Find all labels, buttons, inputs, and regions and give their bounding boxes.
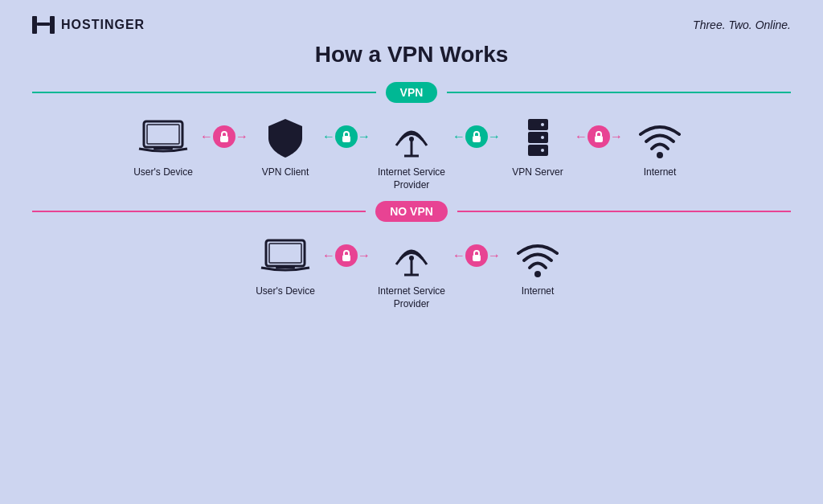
page-title: How a VPN Works (32, 42, 791, 68)
logo: HOSTINGER (32, 16, 145, 34)
svg-rect-22 (276, 266, 295, 268)
svg-point-15 (541, 123, 544, 126)
vpn-item-vpn-server: VPN Server (506, 116, 570, 179)
lock-icon-4 (588, 125, 610, 148)
novpn-antenna-icon (390, 235, 434, 279)
page: HOSTINGER Three. Two. Online. How a VPN … (0, 0, 823, 504)
wifi-icon (636, 116, 684, 160)
novpn-internet-label: Internet (522, 285, 555, 298)
novpn-divider-line-left (32, 211, 366, 212)
vpn-divider-line-left (32, 92, 376, 93)
vpn-client-label: VPN Client (262, 166, 309, 179)
svg-point-10 (409, 137, 414, 141)
svg-rect-0 (32, 16, 37, 34)
svg-rect-20 (266, 240, 305, 266)
vpn-connector-3: ← → (452, 125, 501, 148)
vpn-connector-2: ← → (322, 125, 371, 148)
svg-rect-21 (269, 244, 301, 263)
vpn-section: VPN User's Device ← (32, 82, 791, 191)
vpn-isp-label: Internet ServiceProvider (378, 166, 445, 191)
vpn-connector-1: ← → (200, 125, 248, 148)
vpn-item-internet: Internet (628, 116, 692, 179)
novpn-isp-label: Internet ServiceProvider (378, 285, 445, 310)
svg-rect-7 (342, 136, 350, 142)
svg-rect-27 (473, 255, 481, 261)
vpn-divider-row: VPN (32, 82, 791, 103)
svg-rect-1 (50, 16, 55, 34)
lock-icon-3 (465, 125, 488, 148)
novpn-connector-2: ← → (452, 244, 501, 267)
lock-icon-1 (213, 125, 235, 148)
vpn-item-isp: Internet ServiceProvider (375, 116, 448, 191)
svg-rect-18 (595, 136, 603, 142)
hostinger-logo-icon (32, 16, 55, 34)
svg-rect-12 (528, 119, 548, 130)
novpn-section: NO VPN User's Device ← (32, 201, 791, 310)
tagline: Three. Two. Online. (693, 18, 791, 31)
svg-point-19 (657, 152, 663, 158)
svg-rect-14 (528, 145, 548, 156)
vpn-badge: VPN (386, 82, 438, 103)
svg-point-17 (541, 149, 544, 152)
svg-rect-5 (154, 147, 173, 150)
svg-point-16 (541, 136, 544, 139)
novpn-wifi-icon (514, 235, 562, 279)
novpn-lock-icon-1 (335, 244, 358, 267)
novpn-lock-icon-2 (465, 244, 488, 267)
svg-rect-11 (473, 136, 481, 142)
lock-icon-2 (335, 125, 358, 148)
server-icon (520, 116, 556, 160)
vpn-users-device-label: User's Device (133, 166, 193, 179)
vpn-internet-label: Internet (644, 166, 677, 179)
novpn-divider-row: NO VPN (32, 201, 791, 222)
svg-rect-23 (342, 255, 350, 261)
svg-rect-6 (220, 136, 228, 142)
vpn-item-users-device: User's Device (131, 116, 195, 179)
novpn-item-users-device: User's Device (253, 235, 317, 298)
vpn-server-label: VPN Server (512, 166, 563, 179)
svg-point-26 (409, 256, 414, 260)
novpn-item-isp: Internet ServiceProvider (375, 235, 448, 310)
shield-icon (264, 116, 308, 160)
novpn-connector-1: ← → (322, 244, 371, 267)
antenna-icon (390, 116, 434, 160)
svg-point-28 (534, 271, 541, 277)
header: HOSTINGER Three. Two. Online. (32, 16, 791, 34)
novpn-badge: NO VPN (375, 201, 448, 222)
svg-rect-4 (147, 125, 179, 144)
novpn-laptop-icon (260, 235, 311, 279)
svg-rect-13 (528, 132, 548, 143)
novpn-divider-line-right (457, 211, 791, 212)
svg-rect-2 (37, 23, 50, 26)
vpn-item-vpn-client: VPN Client (253, 116, 317, 179)
logo-text: HOSTINGER (61, 18, 145, 32)
novpn-users-device-label: User's Device (256, 285, 315, 298)
svg-rect-3 (144, 121, 182, 147)
vpn-connector-4: ← → (575, 125, 623, 148)
vpn-divider-line-right (447, 92, 791, 93)
novpn-item-internet: Internet (506, 235, 570, 298)
laptop-icon (137, 116, 189, 160)
